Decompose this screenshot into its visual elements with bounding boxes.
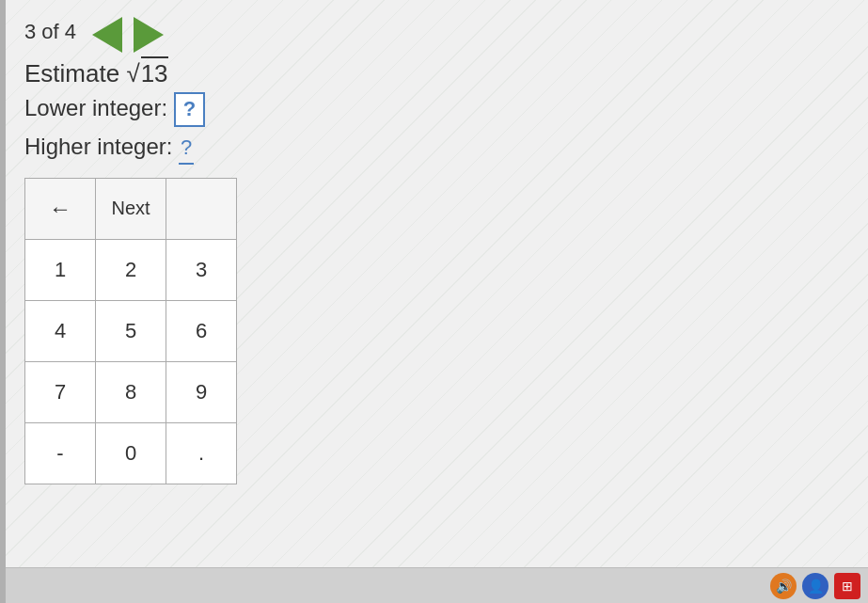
problem-title: Estimate √13 — [24, 56, 849, 88]
keypad-next-button[interactable]: Next — [96, 178, 166, 239]
higher-answer-box[interactable]: ? — [179, 134, 194, 165]
keypad: ← Next 1 2 3 4 5 6 7 8 9 — [24, 178, 237, 484]
sqrt-radicand: 13 — [141, 56, 168, 88]
keypad-3[interactable]: 3 — [166, 239, 237, 300]
right-arrow-icon — [134, 17, 164, 53]
nav-arrows — [89, 17, 166, 53]
keypad-nav-row: ← Next — [25, 178, 237, 239]
next-arrow-button[interactable] — [131, 17, 166, 53]
keypad-row-3: 7 8 9 — [25, 361, 237, 422]
taskbar-icon-2[interactable]: 👤 — [802, 573, 829, 599]
lower-integer-line: Lower integer: ? — [24, 92, 849, 127]
keypad-7[interactable]: 7 — [25, 361, 96, 422]
keypad-empty-top — [166, 178, 237, 239]
keypad-1[interactable]: 1 — [25, 239, 96, 300]
left-arrow-icon — [92, 17, 122, 53]
keypad-2[interactable]: 2 — [96, 239, 166, 300]
keypad-back-button[interactable]: ← — [25, 178, 96, 239]
keypad-row-1: 1 2 3 — [25, 239, 237, 300]
keypad-5[interactable]: 5 — [96, 300, 166, 361]
keypad-container: ← Next 1 2 3 4 5 6 7 8 9 — [24, 178, 237, 484]
higher-label: Higher integer: — [24, 134, 179, 159]
estimate-label: Estimate — [24, 59, 126, 87]
keypad-8[interactable]: 8 — [96, 361, 166, 422]
keypad-9[interactable]: 9 — [166, 361, 237, 422]
content-wrapper: 3 of 4 Estimate √13 Lower integer: ? Hig… — [24, 17, 849, 488]
counter-row: 3 of 4 — [24, 17, 849, 53]
taskbar-icon-1[interactable]: 🔊 — [770, 573, 797, 599]
keypad-4[interactable]: 4 — [25, 300, 96, 361]
keypad-row-4: - 0 . — [25, 422, 237, 484]
keypad-row-2: 4 5 6 — [25, 300, 237, 361]
lower-label: Lower integer: — [24, 95, 174, 120]
problem-counter: 3 of 4 — [24, 20, 76, 44]
higher-integer-line: Higher integer: ? — [24, 131, 849, 165]
keypad-minus[interactable]: - — [25, 422, 96, 484]
keypad-6[interactable]: 6 — [166, 300, 237, 361]
taskbar-icon-3[interactable]: ⊞ — [834, 573, 860, 599]
taskbar: 🔊 👤 ⊞ — [6, 567, 868, 603]
keypad-0[interactable]: 0 — [96, 422, 166, 484]
keypad-dot[interactable]: . — [166, 422, 237, 484]
prev-arrow-button[interactable] — [89, 17, 125, 53]
main-content: 3 of 4 Estimate √13 Lower integer: ? Hig… — [6, 0, 868, 603]
sqrt-symbol: √13 — [126, 56, 167, 88]
lower-answer-box[interactable]: ? — [174, 92, 205, 127]
